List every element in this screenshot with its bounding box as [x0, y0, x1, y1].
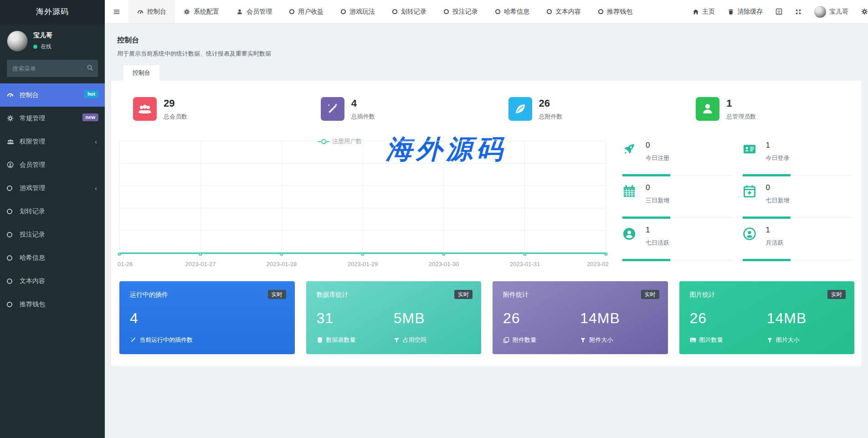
- language-button[interactable]: 文: [769, 0, 789, 24]
- stat-value: 26: [539, 98, 563, 109]
- filter-icon: [394, 337, 400, 343]
- clear-cache-label: 清除缓存: [737, 8, 763, 16]
- sidebar-item-label: 哈希信息: [20, 254, 45, 262]
- mini-stat-label: 七日活跃: [646, 239, 669, 247]
- sidebar-search: [7, 60, 98, 77]
- sidebar-item-bet-records[interactable]: 投注记录: [0, 223, 105, 246]
- calendar-icon: [622, 183, 639, 210]
- nav-tab-transfer-records[interactable]: 划转记录: [384, 0, 435, 24]
- sidebar-item-label: 常规管理: [20, 114, 45, 123]
- card-value: 14MB: [580, 310, 657, 327]
- mini-stat-seven-day-new: 0 七日新增: [743, 183, 853, 218]
- sidebar-item-label: 会员管理: [20, 161, 45, 169]
- nav-tab-user-earnings[interactable]: 用户收益: [281, 0, 332, 24]
- circle-o-icon: [7, 278, 20, 284]
- user-status-label: 在线: [41, 43, 51, 51]
- circle-o-icon: [7, 209, 20, 214]
- nav-tab-label: 划转记录: [401, 8, 426, 16]
- nav-tab-label: 游戏玩法: [349, 8, 375, 16]
- home-icon: [693, 9, 699, 15]
- stat-total-members: 29 总会员数: [111, 97, 299, 121]
- card-value: 5MB: [394, 310, 471, 327]
- sidebar-item-auth[interactable]: 权限管理: [0, 130, 105, 153]
- card-running-addons: 运行中的插件 实时 4 当前运行中的插件数: [119, 281, 295, 354]
- x-tick-label: 2023-01-31: [510, 261, 540, 268]
- search-input[interactable]: [7, 60, 98, 77]
- nav-tab-members[interactable]: 会员管理: [228, 0, 281, 24]
- stat-label: 总会员数: [164, 113, 187, 121]
- chart-point: [280, 252, 283, 256]
- copy-icon: [503, 337, 509, 343]
- nav-tab-bet-records[interactable]: 投注记录: [435, 0, 487, 24]
- x-tick-label: 2023-01-28: [267, 261, 297, 268]
- chart-point: [442, 252, 446, 256]
- card-value: 26: [690, 310, 767, 327]
- gear-icon: [7, 115, 20, 122]
- nav-tab-game-play[interactable]: 游戏玩法: [332, 0, 384, 24]
- nav-tab-text-content[interactable]: 文本内容: [538, 0, 590, 24]
- hot-badge: hot: [84, 90, 98, 98]
- sidebar: 海外源码 宝儿哥 在线 控制台 hot: [0, 0, 105, 438]
- clear-cache-button[interactable]: 清除缓存: [721, 0, 769, 24]
- mini-stat-label: 三日新增: [646, 196, 669, 205]
- user-name: 宝儿哥: [33, 31, 52, 40]
- page-title: 控制台: [117, 36, 856, 45]
- id-card-icon: [743, 141, 759, 168]
- rocket-icon: [622, 141, 639, 168]
- svg-text:文: 文: [777, 10, 781, 14]
- settings-button[interactable]: [855, 0, 868, 24]
- home-button[interactable]: 主页: [686, 0, 721, 24]
- search-icon[interactable]: [87, 64, 93, 71]
- brand-title: 海外源码: [0, 0, 105, 24]
- user-menu[interactable]: 宝儿哥: [808, 0, 855, 24]
- mini-stat-seven-day-active: 1 七日活跃: [622, 226, 733, 260]
- sidebar-item-text-content[interactable]: 文本内容: [0, 269, 105, 293]
- sidebar-item-referral-wallet[interactable]: 推荐钱包: [0, 293, 105, 316]
- avatar: [814, 6, 826, 18]
- nav-tab-system-config[interactable]: 系统配置: [175, 0, 228, 24]
- card-foot-label: 图片数量: [699, 336, 723, 344]
- gauge-icon: [137, 9, 144, 15]
- circle-o-icon: [598, 9, 603, 14]
- stat-value: 4: [351, 98, 375, 109]
- realtime-badge: 实时: [641, 290, 659, 299]
- sidebar-item-label: 划转记录: [20, 207, 45, 216]
- card-value: 4: [130, 310, 284, 327]
- online-dot-icon: [33, 45, 37, 49]
- sidebar-item-label: 推荐钱包: [20, 300, 45, 309]
- tab-dashboard[interactable]: 控制台: [123, 65, 159, 81]
- hamburger-icon[interactable]: [105, 8, 128, 15]
- chart-plot-area: [119, 141, 606, 253]
- database-icon: [317, 337, 323, 343]
- fullscreen-button[interactable]: [789, 0, 808, 24]
- sidebar-item-general[interactable]: 常规管理 new: [0, 107, 105, 130]
- chart-x-axis: 01-26 2023-01-27 2023-01-28 2023-01-29 2…: [119, 259, 606, 268]
- realtime-badge: 实时: [454, 290, 473, 299]
- nav-tab-dashboard[interactable]: 控制台: [128, 0, 175, 24]
- user-icon: [696, 97, 719, 121]
- card-image-stats: 图片统计 实时 26 14MB 图片数量: [679, 281, 855, 354]
- mini-stat-value: 0: [646, 141, 669, 150]
- sidebar-item-games[interactable]: 游戏管理: [0, 176, 105, 200]
- sidebar-item-transfer-records[interactable]: 划转记录: [0, 200, 105, 223]
- content-header: 控制台 用于展示当前系统中的统计数据、统计报表及重要实时数据: [111, 24, 862, 65]
- circle-o-icon: [7, 255, 20, 261]
- sidebar-item-dashboard[interactable]: 控制台 hot: [0, 83, 105, 107]
- sidebar-item-hash-info[interactable]: 哈希信息: [0, 246, 105, 269]
- chevron-left-icon: [95, 138, 97, 145]
- mini-stat-value: 1: [766, 141, 790, 150]
- nav-tab-referral-wallet[interactable]: 推荐钱包: [590, 0, 641, 24]
- stats-row: 29 总会员数 4 总插件数: [111, 81, 862, 134]
- x-tick-label: 2023-02: [587, 261, 609, 268]
- user-panel: 宝儿哥 在线: [0, 24, 105, 56]
- mini-stats-grid: 0 今日注册 1 今日登录: [606, 134, 854, 268]
- avatar[interactable]: [7, 31, 28, 52]
- nav-tab-hash-info[interactable]: 哈希信息: [487, 0, 538, 24]
- sidebar-item-members[interactable]: 会员管理: [0, 153, 105, 176]
- circle-o-icon: [7, 186, 20, 191]
- card-foot-label: 当前运行中的插件数: [139, 336, 193, 344]
- circle-o-icon: [341, 9, 346, 14]
- chart-point: [361, 252, 365, 256]
- circle-o-icon: [289, 9, 294, 14]
- circle-o-icon: [7, 232, 20, 237]
